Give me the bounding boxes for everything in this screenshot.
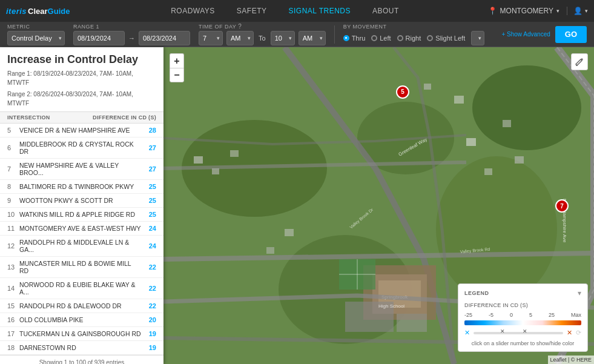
table-row[interactable]: 15 RANDOLPH RD & DALEWOOD DR 22 [0,299,163,313]
slider-neg25-btn[interactable]: ✕ [464,329,470,337]
period-from-select[interactable]: AM PM [226,31,254,45]
nav-links: ROADWAYS SAFETY SIGNAL TRENDS ABOUT [82,7,487,15]
legend: LEGEND ▾ DIFFERENCE IN CD (S) -25 -5 0 5… [458,283,588,352]
slider-neg5[interactable]: ✕ [500,328,505,334]
hour-to-select[interactable]: 10 [271,31,295,45]
row-difference-value: 27 [142,144,156,151]
row-intersection-name: RANDOLPH RD & MIDDLEVALE LN & GA... [19,239,142,253]
row-number: 6 [7,144,19,151]
range1-group: RANGE 1 → [73,24,190,45]
sidebar-range2: Range 2: 08/26/2024-08/30/2024, 7AM- 10A… [7,90,156,108]
logo-iteris: iteris [6,7,27,16]
movement-slight-left[interactable]: Slight Left [427,35,465,42]
movement-left[interactable]: Left [371,35,391,42]
legend-expand-icon[interactable]: ⟳ [576,329,581,337]
table-row[interactable]: 9 WOOTTON PKWY & SCOTT DR 25 [0,194,163,208]
time-label: TIME OF DAY ? [199,23,326,30]
table-row[interactable]: 5 VENICE DR & NEW HAMPSHIRE AVE 28 [0,124,163,137]
range1-control: → [73,31,190,45]
date-to-input[interactable] [139,31,190,45]
app-logo: iteris ClearGuide [6,7,70,16]
nav-signal-trends[interactable]: SIGNAL TRENDS [277,7,361,15]
svg-rect-20 [515,156,524,164]
draw-button[interactable] [571,53,588,70]
table-row[interactable]: 11 MONTGOMERY AVE & EAST-WEST HWY 24 [0,222,163,236]
table-row[interactable]: 7 NEW HAMPSHIRE AVE & VALLEY BROO... 27 [0,159,163,180]
nav-user-menu[interactable]: 👤 ▾ [573,7,588,15]
date-arrow-icon: → [128,35,135,42]
logo-clear: Clear [28,7,48,16]
slight-left-label: Slight Left [435,35,465,42]
left-radio-dot [371,35,377,41]
advanced-button[interactable]: + Show Advanced [501,31,550,38]
right-radio-dot [397,35,403,41]
svg-rect-23 [424,84,431,90]
table-row[interactable]: 12 RANDOLPH RD & MIDDLEVALE LN & GA... 2… [0,236,163,257]
row-difference-value: 22 [142,263,156,271]
nav-roadways[interactable]: ROADWAYS [160,7,226,15]
movement-label: BY MOVEMENT [343,24,485,30]
metric-select[interactable]: Control Delay [7,31,65,45]
legend-subtitle: DIFFERENCE IN CD (S) [464,302,581,308]
table-row[interactable]: 6 MIDDLEBROOK RD & CRYSTAL ROCK DR 27 [0,137,163,159]
range1-label: RANGE 1 [73,24,190,30]
period-to-select[interactable]: AM PM [299,31,326,45]
slider-5[interactable]: ✕ [523,328,527,334]
logo-guide: Guide [48,7,70,16]
map-marker-5[interactable]: 5 [396,85,409,99]
scale-25: 25 [549,312,555,318]
svg-rect-18 [466,138,476,146]
scale-max: Max [571,312,581,318]
table-row[interactable]: 14 NORWOOD RD & EUBIE BLAKE WAY & A... 2… [0,278,163,299]
svg-rect-15 [194,156,203,164]
map-container: Greenleaf Way Valley Brook Dr Valley Bro… [163,47,594,364]
table-row[interactable]: 16 OLD COLUMBIA PIKE 20 [0,313,163,327]
nav-safety[interactable]: SAFETY [226,7,278,15]
table-row[interactable]: 13 MUNCASTER MILL RD & BOWIE MILL RD 22 [0,257,163,278]
zoom-in-button[interactable]: + [170,53,184,68]
slight-left-radio-dot [427,35,433,41]
map-background[interactable]: Greenleaf Way Valley Brook Dr Valley Bro… [163,47,594,364]
svg-point-5 [472,65,581,150]
nav-location[interactable]: 📍 MONTGOMERY ▾ [488,7,567,15]
time-group: TIME OF DAY ? 7 AM PM To 10 [199,23,326,45]
left-label: Left [380,35,391,42]
go-button[interactable]: GO [555,26,587,43]
time-control: 7 AM PM To 10 AM PM [199,31,326,45]
time-question-icon[interactable]: ? [238,23,242,30]
more-movements-select[interactable] [471,31,484,45]
legend-title: LEGEND [464,290,489,296]
map-marker-7[interactable]: 7 [555,199,569,213]
svg-rect-17 [230,150,239,157]
movement-right[interactable]: Right [397,35,421,42]
table-row[interactable]: 17 TUCKERMAN LN & GAINSBOROUGH RD 19 [0,327,163,341]
svg-rect-25 [266,247,274,254]
period-to-wrapper: AM PM [299,31,326,45]
slider-track[interactable]: ✕ ✕ [474,332,563,334]
row-intersection-name: TUCKERMAN LN & GAINSBOROUGH RD [19,330,142,337]
row-difference-value: 19 [142,330,156,337]
sidebar-title: Increase in Control Delay [7,53,156,67]
nav-right: 📍 MONTGOMERY ▾ 👤 ▾ [488,7,588,15]
slider-max-btn[interactable]: ✕ [567,329,572,337]
map-attribution: Leaflet | © HERE [548,356,595,364]
table-row[interactable]: 8 BALTIMORE RD & TWINBROOK PKWY 25 [0,180,163,194]
date-from-input[interactable] [73,31,125,45]
row-difference-value: 22 [142,302,156,309]
hour-from-wrapper: 7 [199,31,223,45]
table-row[interactable]: 18 DARNESTOWN RD 19 [0,341,163,355]
row-difference-value: 25 [142,197,156,204]
nav-about[interactable]: ABOUT [361,7,410,15]
col-diff-label: DIFFERENCE IN CD (S) [93,114,156,121]
thru-label: Thru [352,35,366,42]
row-intersection-name: BALTIMORE RD & TWINBROOK PKWY [19,183,142,190]
metric-group: METRIC Control Delay [7,24,65,45]
row-difference-value: 22 [142,285,156,292]
legend-collapse-button[interactable]: ▾ [578,289,581,297]
map-zoom-controls: + − [170,53,184,82]
zoom-out-button[interactable]: − [170,68,184,82]
table-row[interactable]: 10 WATKINS MILL RD & APPLE RIDGE RD 25 [0,208,163,222]
hour-from-select[interactable]: 7 [199,31,223,45]
row-number: 13 [7,263,19,271]
movement-thru[interactable]: Thru [343,35,366,42]
